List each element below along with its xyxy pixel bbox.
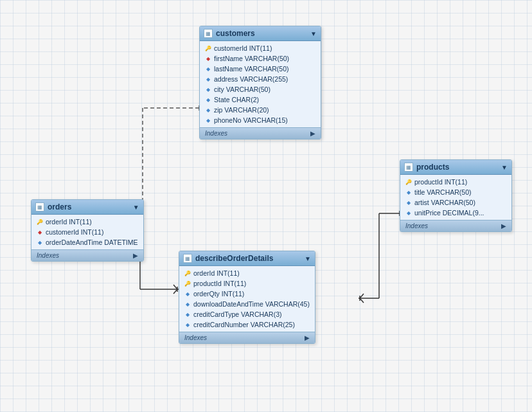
table-icon: ▦ — [183, 254, 192, 263]
field-text: firstName VARCHAR(50) — [214, 55, 289, 62]
key-icon: 🔑 — [205, 45, 211, 51]
field-text: customerId INT(11) — [46, 228, 103, 236]
field-lastName: ◆ lastName VARCHAR(50) — [200, 64, 321, 74]
field-zip: ◆ zip VARCHAR(20) — [200, 105, 321, 115]
field-artist: ◆ artist VARCHAR(50) — [400, 197, 511, 208]
field-title: ◆ title VARCHAR(50) — [400, 187, 511, 197]
table-icon: ▦ — [204, 29, 213, 38]
key-icon: 🔑 — [184, 270, 191, 276]
indexes-label: Indexes — [205, 130, 227, 137]
field-text: address VARCHAR(255) — [214, 75, 288, 83]
customers-fields: 🔑 customerId INT(11) ◆ firstName VARCHAR… — [200, 41, 321, 127]
diamond-blue-icon: ◆ — [205, 96, 211, 103]
svg-line-19 — [360, 294, 364, 298]
field-text: creditCardNumber VARCHAR(25) — [193, 321, 295, 328]
field-customerId: 🔑 customerId INT(11) — [200, 43, 321, 53]
products-fields: 🔑 productId INT(11) ◆ title VARCHAR(50) … — [400, 175, 511, 220]
key-icon: 🔑 — [184, 280, 191, 287]
diamond-blue-icon: ◆ — [205, 66, 211, 72]
field-state: ◆ State CHAR(2) — [200, 94, 321, 105]
diamond-red-icon: ◆ — [205, 55, 211, 62]
field-address: ◆ address VARCHAR(255) — [200, 74, 321, 84]
diamond-blue-icon: ◆ — [184, 291, 191, 297]
svg-line-20 — [360, 298, 364, 303]
field-text: artist VARCHAR(50) — [414, 199, 475, 206]
products-indexes[interactable]: Indexes ▶ — [400, 220, 511, 231]
key-icon: 🔑 — [37, 219, 43, 225]
field-text: customerId INT(11) — [214, 44, 272, 52]
products-dropdown-arrow[interactable]: ▼ — [501, 164, 508, 171]
describeOrderDetails-table-header: ▦ describeOrderDetails ▼ — [179, 251, 315, 266]
orders-dropdown-arrow[interactable]: ▼ — [133, 204, 139, 211]
field-text: zip VARCHAR(20) — [214, 106, 269, 114]
svg-line-12 — [173, 289, 177, 294]
indexes-arrow[interactable]: ▶ — [501, 222, 506, 229]
field-firstName: ◆ firstName VARCHAR(50) — [200, 53, 321, 64]
describeOrderDetails-indexes[interactable]: Indexes ▶ — [179, 332, 315, 343]
orders-table-name: orders — [48, 202, 71, 211]
diamond-blue-icon: ◆ — [205, 107, 211, 113]
field-text: orderId INT(11) — [193, 269, 240, 277]
indexes-arrow[interactable]: ▶ — [305, 334, 310, 341]
diamond-blue-icon: ◆ — [205, 86, 211, 93]
field-text: downloadDateAndTime VARCHAR(45) — [193, 300, 310, 308]
field-text: orderId INT(11) — [46, 218, 92, 226]
products-table[interactable]: ▦ products ▼ 🔑 productId INT(11) ◆ title… — [400, 159, 512, 232]
field-orderId: 🔑 orderId INT(11) — [179, 268, 315, 278]
products-table-header: ▦ products ▼ — [400, 160, 511, 175]
describeOrderDetails-table-name: describeOrderDetails — [195, 254, 273, 263]
indexes-label: Indexes — [37, 252, 59, 259]
field-text: unitPrice DECIMAL(9... — [414, 209, 484, 217]
indexes-label: Indexes — [405, 222, 428, 229]
field-creditCardNumber: ◆ creditCardNumber VARCHAR(25) — [179, 319, 315, 330]
diamond-blue-icon: ◆ — [184, 321, 191, 328]
customers-table-header: ▦ customers ▼ — [200, 26, 321, 41]
diamond-blue-icon: ◆ — [205, 76, 211, 82]
describeOrderDetails-fields: 🔑 orderId INT(11) 🔑 productId INT(11) ◆ … — [179, 266, 315, 332]
field-text: creditCardType VARCHAR(3) — [193, 310, 282, 318]
field-text: city VARCHAR(50) — [214, 85, 270, 93]
diamond-blue-icon: ◆ — [205, 117, 211, 123]
field-text: productId INT(11) — [414, 178, 467, 186]
products-table-name: products — [416, 163, 449, 172]
svg-line-11 — [173, 285, 177, 289]
indexes-arrow[interactable]: ▶ — [133, 252, 138, 259]
indexes-arrow[interactable]: ▶ — [310, 130, 315, 137]
orders-table-header: ▦ orders ▼ — [31, 200, 143, 215]
diamond-blue-icon: ◆ — [405, 189, 412, 195]
table-icon: ▦ — [35, 202, 44, 211]
diamond-blue-icon: ◆ — [405, 210, 412, 216]
field-text: phoneNo VARCHAR(15) — [214, 116, 288, 124]
field-unitPrice: ◆ unitPrice DECIMAL(9... — [400, 208, 511, 218]
orders-fields: 🔑 orderId INT(11) ◆ customerId INT(11) ◆… — [31, 215, 143, 249]
describeOrderDetails-dropdown-arrow[interactable]: ▼ — [305, 255, 311, 262]
field-productId: 🔑 productId INT(11) — [400, 177, 511, 187]
customers-table[interactable]: ▦ customers ▼ 🔑 customerId INT(11) ◆ fir… — [199, 26, 321, 139]
diamond-blue-icon: ◆ — [37, 239, 43, 246]
field-city: ◆ city VARCHAR(50) — [200, 84, 321, 94]
field-downloadDate: ◆ downloadDateAndTime VARCHAR(45) — [179, 299, 315, 309]
orders-table[interactable]: ▦ orders ▼ 🔑 orderId INT(11) ◆ customerI… — [31, 199, 144, 262]
diamond-blue-icon: ◆ — [184, 301, 191, 307]
field-creditCardType: ◆ creditCardType VARCHAR(3) — [179, 309, 315, 319]
table-icon: ▦ — [404, 163, 413, 172]
field-text: productId INT(11) — [193, 280, 246, 287]
field-phoneNo: ◆ phoneNo VARCHAR(15) — [200, 115, 321, 125]
field-orderId: 🔑 orderId INT(11) — [31, 217, 143, 227]
field-orderDate: ◆ orderDateAndTime DATETIME — [31, 237, 143, 247]
customers-indexes[interactable]: Indexes ▶ — [200, 127, 321, 139]
diamond-blue-icon: ◆ — [184, 311, 191, 318]
field-text: title VARCHAR(50) — [414, 188, 472, 196]
customers-dropdown-arrow[interactable]: ▼ — [310, 30, 317, 37]
field-text: orderQty INT(11) — [193, 290, 244, 298]
field-orderQty: ◆ orderQty INT(11) — [179, 289, 315, 299]
customers-table-name: customers — [216, 29, 255, 38]
field-customerId: ◆ customerId INT(11) — [31, 227, 143, 237]
field-productId: 🔑 productId INT(11) — [179, 278, 315, 289]
orders-indexes[interactable]: Indexes ▶ — [31, 249, 143, 261]
diamond-red-icon: ◆ — [37, 229, 43, 235]
describeOrderDetails-table[interactable]: ▦ describeOrderDetails ▼ 🔑 orderId INT(1… — [179, 251, 315, 344]
field-text: lastName VARCHAR(50) — [214, 65, 289, 73]
indexes-label: Indexes — [184, 334, 207, 341]
key-icon: 🔑 — [405, 179, 412, 185]
